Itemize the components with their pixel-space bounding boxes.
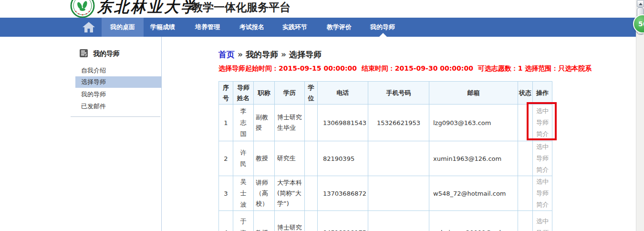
nav-tab-exam-registration[interactable]: 考试报名	[231, 18, 273, 37]
breadcrumb-section: 我的导师	[246, 50, 278, 59]
cell-tutor-name: 吴士波	[233, 176, 254, 211]
col-header-education: 学历	[275, 82, 305, 105]
active-tab-arrow	[379, 33, 387, 37]
col-header-degree: 学位	[305, 82, 318, 105]
tutor-intro-link[interactable]: 简介	[536, 201, 549, 208]
cell-email: yuhaipeng20000@yahoo.com.cn	[429, 211, 518, 231]
university-name: 东北林业大学	[97, 0, 197, 17]
select-tutor-link[interactable]: 选中导师	[536, 143, 549, 162]
selection-period-notice: 选择导师起始时间：2015-09-15 00:00:00 结束时间：2015-0…	[218, 64, 592, 73]
page: 东北林业大学 教学一体化服务平台 我的桌面 学籍成绩 培养管理 考试报名 实践环…	[0, 0, 644, 231]
cell-phone: 82190395	[318, 141, 368, 176]
cell-education: 研究生	[275, 141, 305, 176]
cell-tutor-name: 许民	[233, 141, 254, 176]
sidebar-item-my-tutor[interactable]: 我的导师	[72, 89, 161, 100]
tutor-intro-link[interactable]: 简介	[536, 166, 549, 173]
cell-no: 2	[219, 141, 233, 176]
vertical-scrollbar[interactable]	[636, 0, 644, 231]
cell-tutor-name: 李志国	[233, 105, 254, 141]
sidebar-divider	[71, 116, 160, 117]
cell-mobile: 15326621953	[368, 105, 429, 141]
select-tutor-link[interactable]: 选中导师	[536, 178, 549, 197]
up-arrow-icon	[639, 3, 643, 5]
col-header-action: 操作	[533, 82, 552, 105]
nav-tab-training-management[interactable]: 培养管理	[187, 18, 229, 37]
table-row: 3 吴士波 讲师（高校） 大学本科(简称“大学”) 13703686872 w5…	[219, 176, 552, 211]
cell-email: lzg0903@163.com	[429, 105, 518, 141]
cell-actions: 选中导师 简介	[533, 141, 552, 176]
breadcrumb-separator: »	[278, 50, 289, 59]
cell-mobile	[368, 211, 429, 231]
cell-actions: 选中导师 简介	[533, 176, 552, 211]
col-header-email: 邮箱	[429, 82, 518, 105]
cell-phone: 13069881543	[318, 105, 368, 141]
university-emblem-icon	[70, 0, 95, 18]
cell-status	[518, 141, 533, 176]
breadcrumb-home-link[interactable]: 首页	[218, 50, 235, 59]
cell-tutor-name: 于海鹏	[233, 211, 254, 231]
cell-status	[518, 211, 533, 231]
main-navbar: 我的桌面 学籍成绩 培养管理 考试报名 实践环节 教学评价 我的导师	[0, 18, 636, 37]
col-header-mobile: 手机号码	[368, 82, 429, 105]
table-row: 4 于海鹏 教授 博士研究生毕业 045182191756 yuhaipeng2…	[219, 211, 552, 231]
cell-title: 副教授	[254, 105, 275, 141]
cell-no: 4	[219, 211, 233, 231]
breadcrumb: 首页»我的导师»选择导师	[218, 49, 322, 60]
sidebar-item-self-introduction[interactable]: 自我介绍	[72, 65, 161, 76]
col-header-title: 职称	[254, 82, 275, 105]
breadcrumb-separator: »	[235, 50, 246, 59]
nav-tab-teaching-evaluation[interactable]: 教学评价	[318, 18, 360, 37]
cell-no: 1	[219, 105, 233, 141]
notes-list-icon	[79, 49, 88, 58]
scrollbar-up-button[interactable]	[637, 0, 644, 7]
home-icon[interactable]	[83, 22, 95, 32]
table-header-row: 序号 导师姓名 职称 学历 学位 电话 手机号码 邮箱 状态 操作	[219, 82, 552, 105]
table-row: 2 许民 教授 研究生 82190395 xumin1963@126.com 选…	[219, 141, 552, 176]
cell-phone: 045182191756	[318, 211, 368, 231]
sidebar-item-sent-mail[interactable]: 已发邮件	[72, 101, 161, 112]
col-header-phone: 电话	[318, 82, 368, 105]
cell-status	[518, 176, 533, 211]
cell-email: xumin1963@126.com	[429, 141, 518, 176]
cell-mobile	[368, 141, 429, 176]
col-header-status: 状态	[518, 82, 533, 105]
cell-phone: 13703686872	[318, 176, 368, 211]
nav-tab-my-desktop[interactable]: 我的桌面	[102, 18, 144, 37]
cell-title: 讲师（高校）	[254, 176, 275, 211]
cell-title: 教授	[254, 211, 275, 231]
sidebar-item-choose-tutor[interactable]: 选择导师	[75, 76, 161, 88]
cell-no: 3	[219, 176, 233, 211]
cell-education: 博士研究生毕业	[275, 105, 305, 141]
cell-degree	[305, 176, 318, 211]
sidebar-title: 我的导师	[93, 50, 120, 58]
cell-degree	[305, 105, 318, 141]
cell-degree	[305, 211, 318, 231]
col-header-tutor-name: 导师姓名	[233, 82, 254, 105]
select-tutor-link[interactable]: 选中导师	[536, 218, 549, 231]
nav-tab-academic-records[interactable]: 学籍成绩	[142, 18, 184, 37]
annotation-red-box	[527, 102, 557, 140]
cell-education: 大学本科(简称“大学”)	[275, 176, 305, 211]
sidebar-right-border	[161, 37, 162, 231]
platform-title: 教学一体化服务平台	[192, 0, 291, 15]
cell-education: 博士研究生毕业	[275, 211, 305, 231]
table-row: 1 李志国 副教授 博士研究生毕业 13069881543 1532662195…	[219, 105, 552, 141]
cell-mobile	[368, 176, 429, 211]
tutor-table: 序号 导师姓名 职称 学历 学位 电话 手机号码 邮箱 状态 操作 1 李志国 …	[218, 81, 552, 231]
cell-actions: 选中导师 简介	[533, 211, 552, 231]
cell-email: w548_72@hotmail.com	[429, 176, 518, 211]
cell-title: 教授	[254, 141, 275, 176]
breadcrumb-page: 选择导师	[289, 50, 322, 59]
top-header: 东北林业大学 教学一体化服务平台	[0, 0, 644, 18]
col-header-no: 序号	[219, 82, 233, 105]
cell-degree	[305, 141, 318, 176]
nav-tab-practice[interactable]: 实践环节	[274, 18, 316, 37]
